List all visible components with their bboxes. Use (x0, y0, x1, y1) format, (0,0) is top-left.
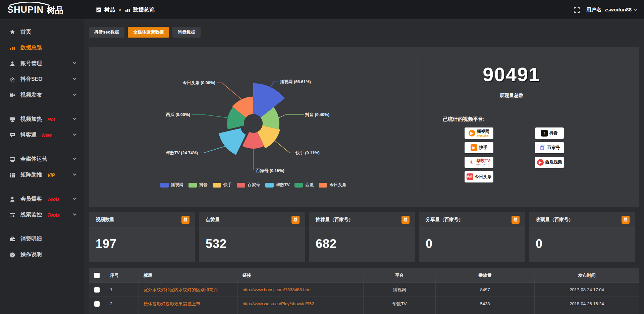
platform-badge-西瓜视频: ▶西瓜视频 (535, 157, 564, 168)
table-row: 1室外水纹灯和室内水纹灯的区别和简介http://www.boosj.com/7… (89, 282, 639, 297)
chart-bars-icon (9, 45, 15, 51)
table-row-partial (89, 311, 639, 314)
row-checkbox[interactable] (94, 287, 100, 293)
legend-item-西瓜[interactable]: 西瓜 (294, 182, 314, 188)
sidebar-item-视频加热[interactable]: 视频加热Hot (0, 111, 84, 127)
platform-sub: wasu.cn (476, 163, 486, 166)
sidebar-item-全媒体运营[interactable]: 全媒体运营 (0, 151, 84, 167)
sidebar-item-label: 线索监控 (20, 211, 42, 218)
sidebar-item-label: 消费明细 (20, 235, 42, 243)
column-header-播放量: 播放量 (435, 268, 534, 282)
chevron-down-icon (634, 8, 637, 11)
user-menu[interactable]: 用户名: zswodun88 (586, 7, 637, 13)
sidebar-divider (5, 227, 78, 227)
sidebar-item-label: 视频加热 (20, 116, 42, 123)
sidebar-item-视频发布[interactable]: 视频发布 (0, 87, 84, 103)
legend-item-抖音[interactable]: 抖音 (189, 182, 208, 188)
legend-swatch (237, 183, 245, 188)
stat-card-value: 532 (199, 227, 305, 251)
legend-item-播视网[interactable]: 播视网 (160, 182, 184, 188)
sidebar-item-账号管理[interactable]: 账号管理 (0, 56, 84, 71)
platform-badge-text: 播视网boosj.com (477, 129, 490, 137)
pie-label-快手: 快手 (0.11%) (295, 150, 320, 155)
stat-card-header: 推荐量（百家号）总 (309, 212, 415, 227)
logo-arc (8, 2, 51, 6)
今日头条-logo-icon: 头条 (467, 173, 473, 180)
sidebar-item-会员爆客[interactable]: 会员爆客Tools (0, 191, 84, 207)
cell-platform: 华数TV (363, 297, 435, 311)
legend-swatch (265, 183, 274, 188)
platform-badge-今日头条: 头条今日头条 (465, 171, 493, 182)
video-url-link[interactable]: http://www.boosj.com/7338468.html (243, 287, 311, 292)
platform-badge-播视网: ▶播视网boosj.com (465, 127, 493, 139)
platform-name: 抖音 (549, 131, 558, 136)
sidebar-item-数据总览[interactable]: 数据总览 (0, 40, 84, 56)
platform-name: 百家号 (547, 146, 560, 150)
sidebar-item-操作说明[interactable]: ?操作说明 (0, 247, 84, 263)
sidebar-item-label: 抖音SEO (20, 76, 43, 83)
column-header-链接: 链接 (237, 268, 363, 282)
column-header-平台: 平台 (363, 268, 435, 282)
sidebar-item-抖音SEO[interactable]: 抖音SEO (0, 71, 84, 87)
legend-swatch (160, 183, 169, 188)
topbar-right: 用户名: zswodun88 (574, 0, 637, 19)
sidebar-item-label: 矩阵助推 (20, 171, 42, 178)
legend-item-华数TV[interactable]: 华数TV (265, 182, 290, 188)
legend-label: 今日头条 (329, 182, 346, 188)
sidebar-item-label: 全媒体运营 (20, 156, 47, 163)
sidebar: 首页数据总览账号管理抖音SEO视频发布视频加热Hot抖客通New全媒体运营矩阵助… (0, 19, 84, 314)
breadcrumb-item-shupin[interactable]: 树品 (104, 6, 115, 13)
legend-item-今日头条[interactable]: 今日头条 (319, 182, 346, 188)
sidebar-item-线索监控[interactable]: 线索监控Tools (0, 207, 84, 223)
chevron-down-icon (73, 61, 76, 64)
platform-name: 播视网 (477, 129, 490, 134)
pie-slice-华数TV[interactable] (219, 128, 246, 155)
platform-badge-快手: ▶快手 (465, 142, 493, 153)
sidebar-item-tag: Hot (47, 117, 55, 122)
sidebar-item-矩阵助推[interactable]: 矩阵助推VIP (0, 167, 84, 183)
sidebar-divider (5, 107, 78, 107)
total-impressions-label: 展现量总数 (418, 93, 605, 99)
app-logo[interactable]: SHUPIN 树品 (7, 2, 63, 17)
video-title-link[interactable]: 楼体投影灯投影效果震撼上市 (144, 301, 200, 307)
sidebar-item-首页[interactable]: 首页 (0, 24, 84, 40)
chevron-down-icon (73, 117, 76, 120)
stat-card-header: 收藏量（百家号）总 (529, 212, 635, 227)
tab-inquiry[interactable]: 询盘数据 (172, 27, 201, 38)
row-checkbox[interactable] (94, 301, 100, 307)
pie-label-line-今日头条 (217, 83, 241, 99)
video-url-link[interactable]: http://www.wasu.cn/Play/show/id/952... (243, 301, 318, 306)
stat-card-title: 点赞量 (206, 217, 291, 223)
select-all-checkbox[interactable] (94, 273, 100, 278)
sidebar-item-label: 视频发布 (20, 92, 42, 99)
tab-douyin-seo[interactable]: 抖音seo数据 (89, 27, 124, 38)
wallet-icon (9, 236, 15, 242)
chevron-down-icon (73, 172, 76, 176)
stat-card-title: 视频数量 (96, 217, 181, 223)
topbar: SHUPIN 树品 树品 > 数据总览 用户名: zswodun88 (0, 0, 644, 19)
legend-label: 快手 (223, 182, 232, 188)
华数TV-logo-icon: ✳ (468, 159, 475, 166)
legend-label: 播视网 (171, 182, 184, 188)
stat-card-收藏量（百家号）: 收藏量（百家号）总0 (529, 212, 635, 262)
stat-card-点赞量: 点赞量总532 (199, 212, 305, 262)
platform-name: 华数TV (476, 159, 490, 163)
cell-index: 2 (105, 297, 139, 311)
breadcrumb-item-data-overview[interactable]: 数据总览 (133, 6, 155, 13)
fullscreen-icon[interactable] (574, 7, 580, 13)
dashboard-page: SHUPIN 树品 树品 > 数据总览 用户名: zswodun88 首页数据总… (0, 0, 644, 314)
video-title-link[interactable]: 室外水纹灯和室内水纹灯的区别和简介 (144, 287, 218, 293)
legend-item-快手[interactable]: 快手 (213, 182, 232, 188)
sidebar-item-消费明细[interactable]: 消费明细 (0, 231, 84, 247)
stat-card-视频数量: 视频数量总197 (89, 212, 195, 262)
platform-sub: boosj.com (477, 135, 489, 137)
cell-publish-time: 2018-04-26 16:24 (534, 297, 639, 311)
pie-label-百家号: 百家号 (0.15%) (256, 168, 284, 173)
stat-card-value: 0 (419, 227, 525, 251)
tab-omni-media[interactable]: 全媒体运营数据 (128, 27, 169, 38)
legend-item-百家号[interactable]: 百家号 (237, 182, 260, 188)
sidebar-item-抖客通[interactable]: 抖客通New (0, 127, 84, 143)
platform-badge-抖音: ♪抖音 (535, 127, 564, 139)
platform-badge-text: 今日头条 (475, 175, 492, 179)
total-badge: 总 (622, 216, 630, 224)
